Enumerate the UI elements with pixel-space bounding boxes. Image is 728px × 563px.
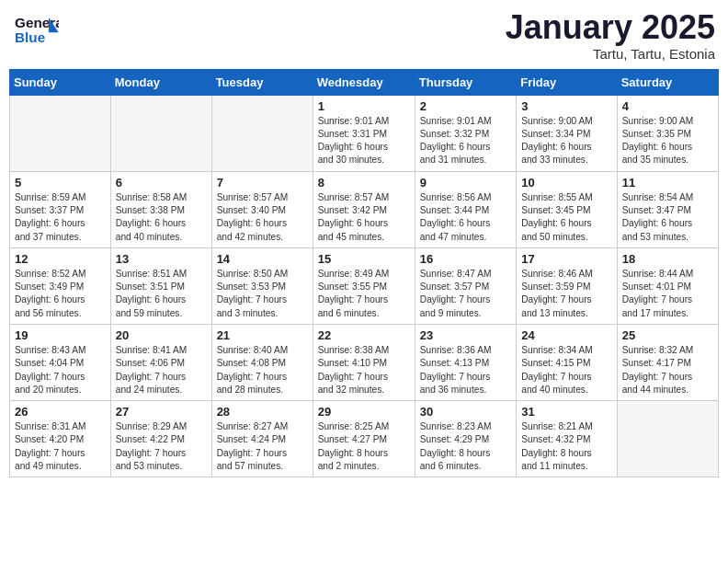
logo: General Blue xyxy=(13,9,59,51)
calendar-cell: 23Sunrise: 8:36 AM Sunset: 4:13 PM Dayli… xyxy=(415,324,516,400)
calendar-cell: 21Sunrise: 8:40 AM Sunset: 4:08 PM Dayli… xyxy=(211,324,313,400)
day-number: 17 xyxy=(521,252,611,266)
day-info: Sunrise: 8:57 AM Sunset: 3:42 PM Dayligh… xyxy=(318,191,410,244)
calendar-cell: 25Sunrise: 8:32 AM Sunset: 4:17 PM Dayli… xyxy=(617,324,718,400)
day-number: 13 xyxy=(116,252,207,266)
calendar-cell: 18Sunrise: 8:44 AM Sunset: 4:01 PM Dayli… xyxy=(617,247,718,324)
calendar-cell: 26Sunrise: 8:31 AM Sunset: 4:20 PM Dayli… xyxy=(10,401,111,477)
day-info: Sunrise: 8:46 AM Sunset: 3:59 PM Dayligh… xyxy=(521,268,611,320)
day-info: Sunrise: 9:00 AM Sunset: 3:35 PM Dayligh… xyxy=(622,115,713,167)
day-number: 27 xyxy=(116,405,207,419)
calendar-cell: 4Sunrise: 9:00 AM Sunset: 3:35 PM Daylig… xyxy=(617,95,718,171)
day-info: Sunrise: 8:31 AM Sunset: 4:20 PM Dayligh… xyxy=(15,420,106,473)
day-number: 23 xyxy=(420,328,511,342)
day-info: Sunrise: 8:52 AM Sunset: 3:49 PM Dayligh… xyxy=(15,268,106,320)
weekday-header-saturday: Saturday xyxy=(617,69,718,95)
calendar-cell: 9Sunrise: 8:56 AM Sunset: 3:44 PM Daylig… xyxy=(415,171,516,247)
svg-text:Blue: Blue xyxy=(15,29,45,45)
day-info: Sunrise: 8:41 AM Sunset: 4:06 PM Dayligh… xyxy=(116,344,207,396)
day-number: 8 xyxy=(318,176,410,190)
day-info: Sunrise: 8:34 AM Sunset: 4:15 PM Dayligh… xyxy=(521,344,611,396)
day-info: Sunrise: 8:21 AM Sunset: 4:32 PM Dayligh… xyxy=(521,420,611,473)
calendar-week-5: 26Sunrise: 8:31 AM Sunset: 4:20 PM Dayli… xyxy=(10,401,719,477)
calendar-cell: 13Sunrise: 8:51 AM Sunset: 3:51 PM Dayli… xyxy=(110,247,211,324)
day-info: Sunrise: 8:27 AM Sunset: 4:24 PM Dayligh… xyxy=(217,420,308,473)
day-info: Sunrise: 8:25 AM Sunset: 4:27 PM Dayligh… xyxy=(318,420,410,473)
day-info: Sunrise: 9:01 AM Sunset: 3:31 PM Dayligh… xyxy=(318,115,410,167)
calendar-cell: 7Sunrise: 8:57 AM Sunset: 3:40 PM Daylig… xyxy=(211,171,313,247)
day-number: 15 xyxy=(318,252,410,266)
weekday-header-row: SundayMondayTuesdayWednesdayThursdayFrid… xyxy=(10,69,719,95)
day-number: 9 xyxy=(420,176,511,190)
calendar-table: SundayMondayTuesdayWednesdayThursdayFrid… xyxy=(9,69,719,478)
day-number: 31 xyxy=(521,405,611,419)
day-number: 14 xyxy=(217,252,308,266)
month-title: January 2025 xyxy=(506,9,715,46)
day-number: 2 xyxy=(420,99,511,113)
day-info: Sunrise: 8:44 AM Sunset: 4:01 PM Dayligh… xyxy=(622,268,713,320)
calendar-week-2: 5Sunrise: 8:59 AM Sunset: 3:37 PM Daylig… xyxy=(10,171,719,247)
day-info: Sunrise: 8:40 AM Sunset: 4:08 PM Dayligh… xyxy=(217,344,308,396)
day-info: Sunrise: 8:57 AM Sunset: 3:40 PM Dayligh… xyxy=(217,191,308,244)
day-number: 24 xyxy=(521,328,611,342)
calendar-cell: 20Sunrise: 8:41 AM Sunset: 4:06 PM Dayli… xyxy=(110,324,211,400)
weekday-header-wednesday: Wednesday xyxy=(313,69,415,95)
calendar-cell xyxy=(211,95,313,171)
calendar-cell: 24Sunrise: 8:34 AM Sunset: 4:15 PM Dayli… xyxy=(517,324,617,400)
day-number: 21 xyxy=(217,328,308,342)
calendar-cell: 17Sunrise: 8:46 AM Sunset: 3:59 PM Dayli… xyxy=(517,247,617,324)
day-number: 18 xyxy=(622,252,713,266)
calendar-cell: 16Sunrise: 8:47 AM Sunset: 3:57 PM Dayli… xyxy=(415,247,516,324)
day-number: 5 xyxy=(15,176,106,190)
calendar-cell: 6Sunrise: 8:58 AM Sunset: 3:38 PM Daylig… xyxy=(110,171,211,247)
day-info: Sunrise: 8:47 AM Sunset: 3:57 PM Dayligh… xyxy=(420,268,511,320)
day-info: Sunrise: 8:59 AM Sunset: 3:37 PM Dayligh… xyxy=(15,191,106,244)
calendar-cell xyxy=(10,95,111,171)
calendar-cell xyxy=(110,95,211,171)
calendar-cell: 11Sunrise: 8:54 AM Sunset: 3:47 PM Dayli… xyxy=(617,171,718,247)
title-block: January 2025 Tartu, Tartu, Estonia xyxy=(506,9,715,62)
calendar-cell: 30Sunrise: 8:23 AM Sunset: 4:29 PM Dayli… xyxy=(415,401,516,477)
day-number: 16 xyxy=(420,252,511,266)
day-info: Sunrise: 8:51 AM Sunset: 3:51 PM Dayligh… xyxy=(116,268,207,320)
day-info: Sunrise: 8:50 AM Sunset: 3:53 PM Dayligh… xyxy=(217,268,308,320)
day-number: 22 xyxy=(318,328,410,342)
calendar-cell: 15Sunrise: 8:49 AM Sunset: 3:55 PM Dayli… xyxy=(313,247,415,324)
day-number: 11 xyxy=(622,176,713,190)
logo-icon: General Blue xyxy=(13,9,59,51)
day-number: 4 xyxy=(622,99,713,113)
day-info: Sunrise: 8:29 AM Sunset: 4:22 PM Dayligh… xyxy=(116,420,207,473)
calendar-cell: 19Sunrise: 8:43 AM Sunset: 4:04 PM Dayli… xyxy=(10,324,111,400)
calendar-cell: 27Sunrise: 8:29 AM Sunset: 4:22 PM Dayli… xyxy=(110,401,211,477)
calendar-cell: 28Sunrise: 8:27 AM Sunset: 4:24 PM Dayli… xyxy=(211,401,313,477)
calendar-cell: 29Sunrise: 8:25 AM Sunset: 4:27 PM Dayli… xyxy=(313,401,415,477)
day-number: 3 xyxy=(521,99,611,113)
day-info: Sunrise: 8:43 AM Sunset: 4:04 PM Dayligh… xyxy=(15,344,106,396)
calendar-cell xyxy=(617,401,718,477)
day-number: 29 xyxy=(318,405,410,419)
weekday-header-monday: Monday xyxy=(110,69,211,95)
day-info: Sunrise: 8:54 AM Sunset: 3:47 PM Dayligh… xyxy=(622,191,713,244)
day-number: 19 xyxy=(15,328,106,342)
calendar-cell: 14Sunrise: 8:50 AM Sunset: 3:53 PM Dayli… xyxy=(211,247,313,324)
day-number: 7 xyxy=(217,176,308,190)
day-number: 30 xyxy=(420,405,511,419)
calendar-cell: 31Sunrise: 8:21 AM Sunset: 4:32 PM Dayli… xyxy=(517,401,617,477)
calendar-week-3: 12Sunrise: 8:52 AM Sunset: 3:49 PM Dayli… xyxy=(10,247,719,324)
day-info: Sunrise: 8:32 AM Sunset: 4:17 PM Dayligh… xyxy=(622,344,713,396)
day-number: 26 xyxy=(15,405,106,419)
day-info: Sunrise: 9:01 AM Sunset: 3:32 PM Dayligh… xyxy=(420,115,511,167)
day-number: 1 xyxy=(318,99,410,113)
day-number: 28 xyxy=(217,405,308,419)
weekday-header-thursday: Thursday xyxy=(415,69,516,95)
calendar-cell: 2Sunrise: 9:01 AM Sunset: 3:32 PM Daylig… xyxy=(415,95,516,171)
location: Tartu, Tartu, Estonia xyxy=(506,46,715,62)
calendar-cell: 22Sunrise: 8:38 AM Sunset: 4:10 PM Dayli… xyxy=(313,324,415,400)
calendar-week-4: 19Sunrise: 8:43 AM Sunset: 4:04 PM Dayli… xyxy=(10,324,719,400)
day-number: 20 xyxy=(116,328,207,342)
day-number: 25 xyxy=(622,328,713,342)
page-header: General Blue January 2025 Tartu, Tartu, … xyxy=(9,9,719,62)
day-info: Sunrise: 8:23 AM Sunset: 4:29 PM Dayligh… xyxy=(420,420,511,473)
day-info: Sunrise: 8:38 AM Sunset: 4:10 PM Dayligh… xyxy=(318,344,410,396)
weekday-header-sunday: Sunday xyxy=(10,69,111,95)
